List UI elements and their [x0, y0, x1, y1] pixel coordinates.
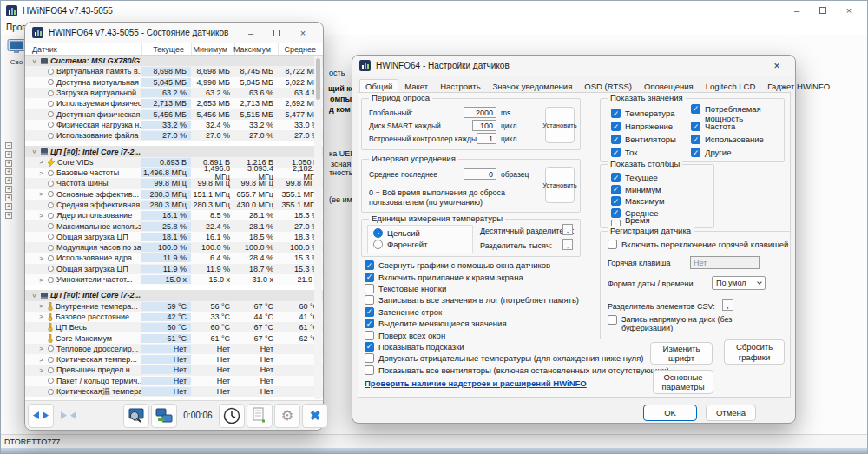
- sensor-row[interactable]: >Критическая темпер...НетНетНет: [25, 354, 323, 365]
- settings-tab[interactable]: Оповещения: [638, 79, 700, 93]
- sensor-row[interactable]: >Умножители частот...15.0 x15.0 x31.0 x2…: [25, 274, 323, 285]
- sensor-row[interactable]: Средняя эффективная ...280.3 МГц280.3 МГ…: [25, 200, 323, 210]
- checkbox-checked[interactable]: ✓: [691, 122, 700, 131]
- csv-separator-input[interactable]: ,: [722, 299, 733, 311]
- sensor-row[interactable]: >Ядер использование18.1 %8.5 %28.1 %18.3…: [25, 210, 323, 220]
- checkbox-checked[interactable]: ✓: [365, 342, 374, 352]
- checkbox-checked[interactable]: ✓: [365, 273, 374, 282]
- chevron-down-icon[interactable]: >: [30, 292, 38, 299]
- sensor-row[interactable]: >Базовое расстояние ...42 °C33 °C44 °C41…: [25, 312, 323, 322]
- checkbox-checked[interactable]: ✓: [611, 135, 621, 144]
- chevron-right-icon[interactable]: >: [37, 313, 45, 320]
- checkbox-unchecked[interactable]: [365, 331, 374, 340]
- checkbox-checked[interactable]: ✓: [611, 109, 621, 118]
- checkbox-unchecked[interactable]: [365, 295, 374, 305]
- main-settings-button[interactable]: Основные параметры: [653, 370, 713, 394]
- show-column-checkbox[interactable]: ✓Максимум: [611, 195, 713, 207]
- checkbox-checked[interactable]: ✓: [611, 173, 621, 182]
- sensor-row[interactable]: Доступна виртуальная ...5,045 МБ4,998 МБ…: [25, 77, 323, 88]
- scrollbar-thumb[interactable]: [316, 58, 320, 100]
- close-sensors-button[interactable]: ✖: [302, 404, 328, 428]
- decimal-separator-input[interactable]: .: [562, 224, 573, 235]
- option-checkbox[interactable]: Допускать отрицательные температуры (для…: [365, 352, 669, 364]
- show-value-checkbox[interactable]: ✓Вентиляторы: [611, 135, 691, 144]
- logging-start-button[interactable]: [247, 404, 273, 428]
- remote-monitoring-button[interactable]: [151, 404, 177, 428]
- column-header[interactable]: Среднее: [278, 43, 323, 55]
- show-value-checkbox[interactable]: ✓Напряжение: [611, 122, 691, 131]
- chevron-right-icon[interactable]: >: [37, 158, 45, 166]
- tree-expander-icon[interactable]: +: [5, 168, 12, 175]
- hotkey-input[interactable]: Нет: [690, 256, 760, 269]
- show-value-checkbox[interactable]: ✓Ток: [611, 148, 691, 157]
- checkbox-checked[interactable]: ✓: [691, 135, 700, 144]
- monitor-search-button[interactable]: [123, 404, 149, 428]
- tree-expander-icon[interactable]: +: [5, 212, 12, 219]
- checkbox-checked[interactable]: ✓: [611, 122, 621, 131]
- checkbox-checked[interactable]: ✓: [691, 148, 700, 157]
- checkbox-checked[interactable]: ✓: [365, 307, 374, 317]
- checkbox-unchecked[interactable]: [608, 240, 617, 249]
- clock-button[interactable]: [219, 404, 245, 428]
- polling-input[interactable]: 1: [477, 133, 496, 144]
- show-value-checkbox[interactable]: ✓Использование: [691, 135, 788, 144]
- chevron-right-icon[interactable]: >: [37, 345, 45, 352]
- checkbox-checked[interactable]: ✓: [691, 104, 700, 114]
- sensor-row[interactable]: Используемая физичес...2,713 МБ2,653 МБ2…: [25, 98, 323, 109]
- menu-program[interactable]: Прог: [6, 23, 25, 32]
- sensor-row[interactable]: Частота шины99.8 МГц99.8 МГц99.8 МГц99.8…: [25, 178, 323, 188]
- sensor-row[interactable]: Загрузка виртуальной ...63.2 %63.2 %63.6…: [25, 88, 323, 98]
- close-icon[interactable]: ×: [290, 24, 316, 42]
- settings-tab[interactable]: Logitech LCD: [700, 79, 762, 93]
- polling-input[interactable]: 2000: [464, 107, 496, 118]
- chevron-right-icon[interactable]: >: [37, 212, 45, 220]
- checkbox-checked[interactable]: ✓: [611, 208, 621, 218]
- tree-expander-icon[interactable]: −: [5, 142, 12, 149]
- sensor-row[interactable]: >Базовые частоты1,496.8 МГц1,496.8 МГц3,…: [25, 168, 323, 178]
- sensor-row[interactable]: >Основные эффектив...280.3 МГц151.1 МГц6…: [25, 189, 323, 200]
- checkbox-unchecked[interactable]: [365, 353, 374, 363]
- set-averaging-button[interactable]: Установить: [545, 167, 575, 203]
- temperature-unit-radio[interactable]: Цельсий: [373, 228, 467, 238]
- chevron-right-icon[interactable]: >: [37, 366, 45, 374]
- datetime-format-select[interactable]: По умол: [712, 276, 766, 290]
- settings-tab[interactable]: OSD (RTSS): [578, 79, 638, 93]
- show-value-checkbox[interactable]: ✓Потребляемая мощность: [691, 104, 788, 123]
- chevron-right-icon[interactable]: >: [37, 302, 45, 310]
- chevron-right-icon[interactable]: >: [37, 254, 45, 262]
- maximize-icon[interactable]: [810, 2, 836, 19]
- column-header[interactable]: Текущее: [141, 43, 191, 55]
- show-value-checkbox[interactable]: ✓Другие: [691, 148, 788, 157]
- chevron-down-icon[interactable]: >: [30, 57, 38, 65]
- checkbox-checked[interactable]: ✓: [611, 148, 621, 157]
- sensor-row[interactable]: >Тепловое дросселир...НетНетНет: [25, 344, 323, 354]
- tree-expander-icon[interactable]: +: [5, 151, 12, 158]
- sensor-settings-button[interactable]: ⚙: [274, 404, 300, 428]
- chevron-right-icon[interactable]: >: [37, 169, 45, 177]
- checkbox-unchecked[interactable]: [365, 284, 374, 293]
- polling-input[interactable]: 100: [472, 120, 496, 131]
- tree-expander-icon[interactable]: +: [5, 177, 12, 184]
- checkbox-unchecked[interactable]: [365, 365, 374, 375]
- settings-tab[interactable]: Гаджет HWiNFO: [761, 79, 836, 93]
- sensor-section-header[interactable]: >Система: MSI GX780/GT...: [25, 56, 323, 66]
- minimize-icon[interactable]: –: [784, 2, 810, 19]
- ok-button[interactable]: OK: [643, 405, 697, 421]
- sensor-row[interactable]: Виртуальная память в...8,698 МБ8,698 МБ8…: [25, 66, 323, 76]
- change-font-button[interactable]: Изменить шрифт: [650, 342, 713, 365]
- collapse-columns-button[interactable]: [56, 404, 82, 428]
- option-checkbox[interactable]: Показывать все вентиляторы (включая оста…: [365, 365, 669, 376]
- tree-expander-icon[interactable]: +: [5, 194, 12, 201]
- radio-selected[interactable]: [373, 228, 383, 238]
- expand-columns-button[interactable]: [28, 404, 54, 428]
- column-header[interactable]: Максимум: [234, 43, 278, 55]
- averaging-input[interactable]: 0: [464, 168, 496, 180]
- sensor-row[interactable]: ЦП Весь60 °C60 °C67 °C61 °C: [25, 322, 323, 332]
- column-header[interactable]: Датчик: [25, 43, 141, 55]
- checkbox-unchecked[interactable]: [608, 315, 617, 325]
- sensor-row[interactable]: Критическая温 температ...НетНетНет: [25, 386, 323, 397]
- sensor-row[interactable]: Общая загрузка ЦП11.9 %11.9 %18.7 %15.3 …: [25, 264, 323, 274]
- show-value-checkbox[interactable]: ✓Температура: [611, 109, 691, 118]
- tree-expander-icon[interactable]: +: [5, 203, 12, 210]
- sensor-row[interactable]: Core Максимум61 °C61 °C67 °C62 °C: [25, 332, 323, 343]
